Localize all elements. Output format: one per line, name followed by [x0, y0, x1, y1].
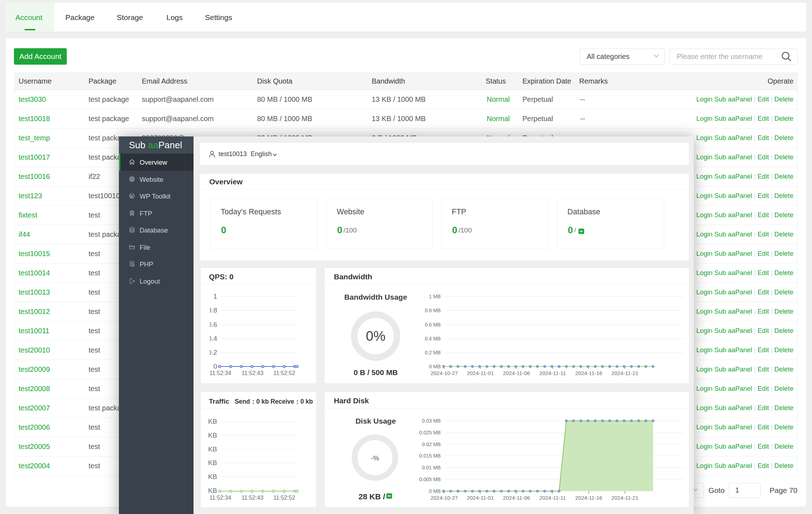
svg-text:2024-11-16: 2024-11-16: [575, 370, 602, 376]
svg-text:KB: KB: [208, 459, 217, 466]
svg-text:0.005 MB: 0.005 MB: [419, 476, 441, 482]
svg-text:2024-11-21: 2024-11-21: [611, 495, 638, 501]
svg-text:KB: KB: [208, 418, 217, 425]
svg-text:11:52:43: 11:52:43: [241, 495, 263, 501]
svg-text:2024-11-11: 2024-11-11: [539, 495, 566, 501]
svg-text:KB: KB: [208, 431, 217, 439]
svg-text:0.8: 0.8: [208, 306, 217, 314]
svg-text:2024-11-06: 2024-11-06: [503, 495, 530, 501]
svg-text:0.2 MB: 0.2 MB: [425, 350, 441, 355]
svg-text:0.015 MB: 0.015 MB: [419, 453, 441, 459]
svg-text:0.025 MB: 0.025 MB: [419, 430, 441, 435]
svg-text:2024-11-01: 2024-11-01: [467, 495, 494, 501]
svg-text:2024-10-27: 2024-10-27: [431, 495, 458, 501]
svg-text:KB: KB: [208, 445, 217, 453]
svg-text:0 MB: 0 MB: [429, 364, 441, 369]
svg-text:0.8 MB: 0.8 MB: [425, 308, 441, 313]
svg-text:2024-11-06: 2024-11-06: [503, 370, 530, 376]
svg-text:2024-11-11: 2024-11-11: [539, 370, 566, 376]
svg-text:0.4 MB: 0.4 MB: [425, 336, 441, 341]
svg-text:2024-10-27: 2024-10-27: [431, 370, 458, 376]
svg-text:0.03 MB: 0.03 MB: [422, 418, 441, 424]
svg-text:0.6 MB: 0.6 MB: [425, 322, 441, 328]
svg-text:0.4: 0.4: [208, 335, 217, 342]
svg-text:1 MB: 1 MB: [429, 294, 441, 299]
svg-text:0.01 MB: 0.01 MB: [422, 465, 441, 470]
svg-text:2024-11-01: 2024-11-01: [467, 370, 494, 376]
svg-text:11:52:34: 11:52:34: [209, 495, 231, 501]
svg-text:1: 1: [213, 293, 217, 300]
svg-text:KB: KB: [208, 473, 217, 480]
svg-text:11:52:43: 11:52:43: [241, 370, 263, 376]
svg-text:0: 0: [213, 363, 217, 370]
svg-text:KB: KB: [208, 487, 217, 494]
svg-text:11:52:52: 11:52:52: [273, 370, 295, 376]
svg-text:0.2: 0.2: [208, 349, 217, 356]
svg-text:2024-11-16: 2024-11-16: [575, 495, 602, 501]
svg-text:0.6: 0.6: [208, 321, 217, 328]
svg-text:11:52:52: 11:52:52: [273, 495, 295, 501]
svg-text:2024-11-21: 2024-11-21: [611, 370, 638, 376]
svg-text:0.02 MB: 0.02 MB: [422, 441, 441, 447]
svg-text:0 MB: 0 MB: [429, 488, 441, 494]
svg-text:11:52:34: 11:52:34: [209, 370, 231, 376]
